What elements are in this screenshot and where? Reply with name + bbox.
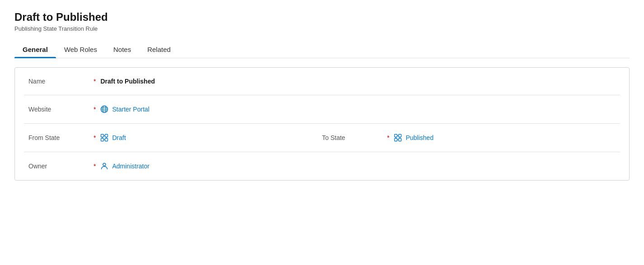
label-to-state: To State [322,134,385,141]
tab-related[interactable]: Related [139,41,179,58]
field-group-website: Website * Starter Portal [28,105,616,113]
field-group-to-state: To State * Published [322,134,616,142]
form-container: Name * Draft to Published Website * [14,67,630,181]
label-name: Name [28,78,92,85]
required-star-owner: * [93,163,96,170]
label-website: Website [28,106,92,113]
owner-link-text[interactable]: Administrator [112,163,149,170]
value-owner[interactable]: Administrator [100,162,149,170]
form-row-owner: Owner * Administrator [24,152,620,180]
globe-icon [100,105,108,113]
svg-rect-6 [105,135,108,137]
form-row-states: From State * Draft [24,124,620,152]
tab-bar: General Web Roles Notes Related [14,41,630,58]
tab-general[interactable]: General [14,41,56,58]
tab-web-roles[interactable]: Web Roles [56,41,105,58]
svg-point-21 [103,163,106,166]
value-from-state[interactable]: Draft [100,134,126,142]
required-star-website: * [93,106,96,113]
svg-rect-14 [399,135,401,137]
required-star-to-state: * [387,134,389,141]
form-row-name: Name * Draft to Published [24,68,620,95]
form-row-website: Website * Starter Portal [24,95,620,124]
puzzle-icon-to [394,134,402,142]
field-group-from-state: From State * Draft [28,134,322,142]
label-owner: Owner [28,163,92,170]
value-name: Draft to Published [100,78,155,85]
svg-rect-15 [395,139,397,141]
from-state-link-text[interactable]: Draft [112,134,126,141]
person-icon [100,162,108,170]
label-from-state: From State [28,134,92,141]
svg-rect-16 [399,139,401,141]
svg-rect-7 [101,139,104,141]
svg-rect-5 [101,135,104,137]
svg-rect-8 [105,139,108,141]
website-link-text[interactable]: Starter Portal [112,106,149,113]
value-website[interactable]: Starter Portal [100,105,149,113]
required-star-name: * [93,78,96,85]
puzzle-icon-from [100,134,108,142]
field-group-owner: Owner * Administrator [28,162,616,170]
field-group-name: Name * Draft to Published [28,78,616,85]
required-star-from-state: * [93,134,96,141]
value-to-state[interactable]: Published [394,134,434,142]
to-state-link-text[interactable]: Published [406,134,434,141]
svg-rect-13 [395,135,397,137]
page-subtitle: Publishing State Transition Rule [14,25,630,32]
tab-notes[interactable]: Notes [105,41,139,58]
page-title: Draft to Published [14,11,630,23]
